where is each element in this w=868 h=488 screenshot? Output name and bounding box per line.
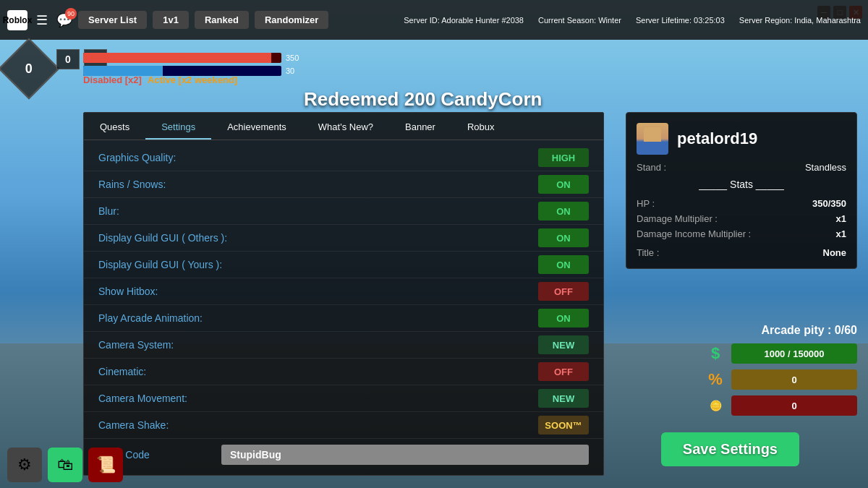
server-lifetime: Server Lifetime: 03:25:03 bbox=[636, 16, 725, 25]
chat-badge: 90 bbox=[65, 8, 77, 20]
server-region: Server Region: India, Maharashtra bbox=[739, 16, 861, 25]
title-value: None bbox=[823, 247, 847, 258]
server-id: Server ID: Adorable Hunter #2038 bbox=[404, 16, 524, 25]
hp-bar-background bbox=[83, 53, 281, 63]
setting-label: Cinematic: bbox=[98, 366, 538, 377]
roblox-logo-text: Roblox bbox=[3, 15, 33, 25]
hp-stat-value: 350/350 bbox=[812, 198, 846, 209]
server-info: Server ID: Adorable Hunter #2038 Current… bbox=[404, 16, 861, 25]
compass-value: 0 bbox=[25, 61, 33, 76]
gear-icon-button[interactable]: ⚙ bbox=[7, 448, 42, 482]
1v1-button[interactable]: 1v1 bbox=[153, 11, 189, 29]
setting-label: Play Arcade Animation: bbox=[98, 312, 538, 324]
setting-label: Display Guild GUI ( Yours ): bbox=[98, 259, 538, 270]
player-name: petalord19 bbox=[677, 129, 757, 148]
top-bar: Roblox ☰ 💬 90 Server List 1v1 Ranked Ran… bbox=[0, 0, 868, 40]
server-season: Current Season: Winter bbox=[538, 16, 621, 25]
toggle-button[interactable]: ON bbox=[538, 202, 589, 221]
redeemed-message: Redeemed 200 CandyCorn bbox=[304, 88, 542, 111]
setting-label: Rains / Snows: bbox=[98, 179, 538, 190]
player-avatar bbox=[637, 123, 668, 155]
save-settings-button[interactable]: Save Settings bbox=[661, 432, 799, 466]
settings-rows: Graphics Quality:HIGHRains / Snows:ONBlu… bbox=[84, 145, 603, 439]
arcade-pity: Arcade pity : 0/60 bbox=[762, 324, 858, 337]
dmg-value: x1 bbox=[836, 213, 846, 224]
status-active: Active [x2 weekend] bbox=[148, 74, 237, 85]
score-a: 0 bbox=[56, 49, 80, 69]
percent-bar: 0 bbox=[731, 369, 857, 390]
currency-row-percent: % 0 bbox=[705, 369, 857, 390]
shop-icon-button[interactable]: 🛍 bbox=[48, 448, 82, 482]
tab-achievements[interactable]: Achievements bbox=[211, 116, 302, 140]
ranked-button[interactable]: Ranked bbox=[195, 11, 249, 29]
player-card: petalord19 Stand : Standless _____ Stats… bbox=[626, 112, 857, 269]
setting-row: Cinematic:OFF bbox=[84, 359, 603, 385]
setting-row: Display Guild GUI ( Yours ):ON bbox=[84, 252, 603, 278]
avatar-face bbox=[644, 127, 661, 142]
toggle-button[interactable]: NEW bbox=[538, 389, 589, 408]
currency-area: $ 1000 / 150000 % 0 🪙 0 bbox=[705, 343, 857, 416]
menu-icon[interactable]: ☰ bbox=[33, 9, 51, 31]
setting-label: Display Guild GUI ( Others ): bbox=[98, 232, 538, 244]
randomizer-button[interactable]: Randomizer bbox=[255, 11, 328, 29]
dmg-income-row: Damage Income Multiplier : x1 bbox=[637, 226, 846, 241]
setting-row: Play Arcade Animation:ON bbox=[84, 305, 603, 332]
toggle-button[interactable]: ON bbox=[538, 255, 589, 274]
toggle-button[interactable]: NEW bbox=[538, 335, 589, 354]
tabs-row: Quests Settings Achievements What's New?… bbox=[84, 113, 603, 140]
setting-row: Show Hitbox:OFF bbox=[84, 278, 603, 305]
tab-quests[interactable]: Quests bbox=[84, 116, 145, 140]
toggle-button[interactable]: OFF bbox=[538, 282, 589, 301]
setting-label: Blur: bbox=[98, 205, 538, 217]
setting-label: Camera System: bbox=[98, 339, 538, 351]
dollar-value: 1000 / 150000 bbox=[764, 348, 824, 359]
stand-row: Stand : Standless bbox=[637, 162, 846, 173]
setting-row: Graphics Quality:HIGH bbox=[84, 145, 603, 171]
hp-bar-fill bbox=[83, 53, 271, 63]
title-row: Title : None bbox=[637, 247, 846, 258]
stand-label: Stand : bbox=[637, 162, 666, 173]
arcade-pity-label: Arcade pity : 0/60 bbox=[762, 324, 858, 336]
setting-row: Camera Shake:SOON™ bbox=[84, 412, 603, 439]
tab-banner[interactable]: Banner bbox=[389, 116, 451, 140]
title-label: Title : bbox=[637, 247, 659, 258]
hp-stat-row: HP : 350/350 bbox=[637, 196, 846, 211]
toggle-button[interactable]: ON bbox=[538, 228, 589, 247]
hud-compass: 0 bbox=[7, 47, 51, 90]
dmg-label: Damage Multiplier : bbox=[637, 213, 718, 224]
tab-robux[interactable]: Robux bbox=[451, 116, 511, 140]
server-list-button[interactable]: Server List bbox=[78, 11, 147, 29]
hp-bar-row: 350 bbox=[83, 53, 307, 63]
percent-value: 0 bbox=[791, 374, 796, 385]
currency-row-coin: 🪙 0 bbox=[705, 395, 857, 416]
stats-divider: _____ Stats _____ bbox=[637, 179, 846, 190]
toggle-button[interactable]: SOON™ bbox=[538, 416, 589, 435]
hp-stat-label: HP : bbox=[637, 198, 655, 209]
status-disabled: Disabled [x2] bbox=[83, 74, 142, 85]
scroll-icon-button[interactable]: 📜 bbox=[88, 448, 123, 482]
setting-label: Graphics Quality: bbox=[98, 152, 538, 163]
toggle-button[interactable]: HIGH bbox=[538, 148, 589, 167]
setting-label: Camera Shake: bbox=[98, 419, 538, 431]
settings-content: Graphics Quality:HIGHRains / Snows:ONBlu… bbox=[84, 140, 603, 475]
chat-icon[interactable]: 💬 90 bbox=[56, 12, 72, 28]
toggle-button[interactable]: OFF bbox=[538, 362, 589, 381]
dmg-income-value: x1 bbox=[836, 228, 846, 239]
hp-value: 350 bbox=[286, 53, 307, 62]
mp-value: 30 bbox=[286, 67, 307, 75]
percent-icon: % bbox=[705, 370, 726, 389]
settings-panel: Quests Settings Achievements What's New?… bbox=[83, 112, 604, 476]
setting-row: Rains / Snows:ON bbox=[84, 171, 603, 198]
toggle-button[interactable]: ON bbox=[538, 309, 589, 328]
coin-icon: 🪙 bbox=[705, 400, 726, 411]
tab-whats-new[interactable]: What's New? bbox=[302, 116, 389, 140]
dmg-stat-row: Damage Multiplier : x1 bbox=[637, 211, 846, 226]
setting-row: Display Guild GUI ( Others ):ON bbox=[84, 225, 603, 252]
status-row: Disabled [x2] Active [x2 weekend] bbox=[83, 74, 237, 85]
setting-label: Camera Movement: bbox=[98, 393, 538, 404]
dmg-income-label: Damage Income Multiplier : bbox=[637, 228, 751, 239]
toggle-button[interactable]: ON bbox=[538, 175, 589, 194]
coin-value: 0 bbox=[791, 401, 796, 411]
dollar-icon: $ bbox=[705, 344, 726, 363]
tab-settings[interactable]: Settings bbox=[145, 116, 211, 140]
